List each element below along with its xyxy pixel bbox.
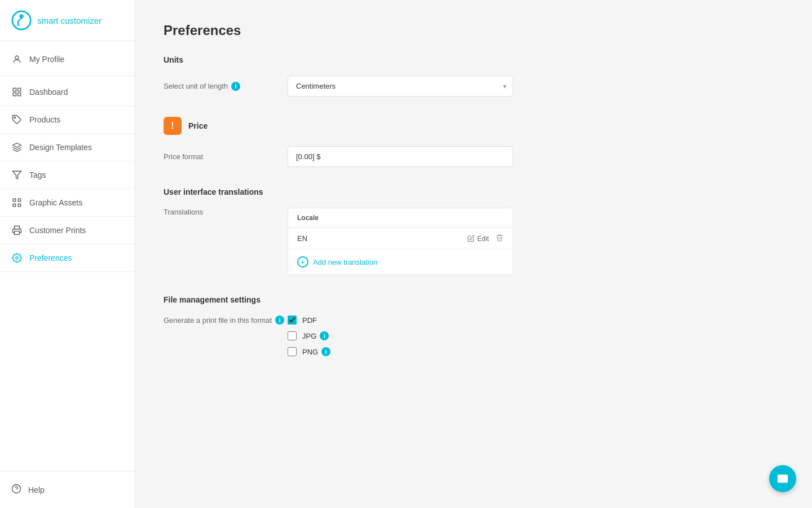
png-checkbox[interactable] bbox=[288, 347, 297, 356]
sidebar-nav: My Profile Dashboard Products bbox=[0, 41, 135, 471]
sidebar-item-my-profile[interactable]: My Profile bbox=[0, 46, 135, 73]
design-icon bbox=[11, 142, 23, 153]
svg-marker-8 bbox=[13, 171, 21, 179]
person-icon bbox=[11, 54, 23, 65]
gear-icon bbox=[11, 252, 23, 264]
translations-row: Translations Locale EN Edit bbox=[164, 208, 784, 275]
svg-point-15 bbox=[12, 485, 21, 493]
translations-table: Locale EN Edit bbox=[288, 208, 513, 275]
help-label: Help bbox=[28, 485, 45, 494]
png-row: PNG i bbox=[288, 347, 330, 356]
delete-translation-button[interactable] bbox=[496, 234, 504, 243]
sidebar-bottom: Help bbox=[0, 471, 135, 508]
price-format-row: Price format bbox=[164, 146, 784, 167]
sidebar-label-products: Products bbox=[29, 115, 60, 124]
pdf-label: PDF bbox=[302, 316, 317, 325]
app-logo-icon bbox=[11, 10, 32, 30]
jpg-checkbox[interactable] bbox=[288, 331, 297, 340]
svg-rect-4 bbox=[18, 88, 21, 91]
sidebar: smart customizer My Profile Dashboard bbox=[0, 0, 135, 508]
pdf-row: PDF bbox=[288, 316, 330, 325]
table-row: EN Edit bbox=[288, 228, 513, 249]
unit-length-info-icon[interactable]: i bbox=[231, 82, 240, 91]
sidebar-item-products[interactable]: Products bbox=[0, 106, 135, 134]
svg-rect-12 bbox=[18, 204, 21, 207]
unit-length-select-wrapper: Centimeters Inches Millimeters ▾ bbox=[288, 76, 513, 97]
png-info-icon[interactable]: i bbox=[321, 347, 330, 356]
unit-length-label: Select unit of length i bbox=[164, 82, 288, 91]
plus-circle-icon: + bbox=[297, 256, 308, 268]
sidebar-item-dashboard[interactable]: Dashboard bbox=[0, 78, 135, 106]
sidebar-item-help[interactable]: Help bbox=[0, 476, 135, 503]
price-section: ! Price Price format bbox=[164, 117, 784, 167]
svg-point-2 bbox=[15, 56, 19, 59]
sidebar-label-tags: Tags bbox=[29, 170, 46, 179]
jpg-row: JPG i bbox=[288, 331, 330, 340]
edit-translation-button[interactable]: Edit bbox=[467, 235, 489, 243]
file-format-label: Generate a print file in this format i bbox=[164, 316, 288, 325]
price-section-title: Price bbox=[188, 121, 208, 130]
svg-rect-10 bbox=[18, 199, 21, 202]
edit-icon bbox=[467, 235, 475, 242]
pdf-checkbox[interactable] bbox=[288, 316, 297, 325]
svg-rect-13 bbox=[15, 231, 20, 235]
page-title: Preferences bbox=[164, 23, 784, 38]
sidebar-item-tags[interactable]: Tags bbox=[0, 161, 135, 189]
sidebar-label-my-profile: My Profile bbox=[29, 55, 64, 64]
unit-length-select[interactable]: Centimeters Inches Millimeters bbox=[288, 76, 513, 97]
sidebar-label-design-templates: Design Templates bbox=[29, 143, 92, 152]
sidebar-item-design-templates[interactable]: Design Templates bbox=[0, 134, 135, 161]
svg-point-0 bbox=[12, 11, 30, 29]
file-management-title: File management settings bbox=[164, 295, 784, 304]
sidebar-label-customer-prints: Customer Prints bbox=[29, 226, 86, 235]
filter-icon bbox=[11, 169, 23, 181]
svg-point-7 bbox=[14, 117, 15, 118]
logo-area: smart customizer bbox=[0, 0, 135, 41]
file-management-section: File management settings Generate a prin… bbox=[164, 295, 784, 363]
translation-actions: Edit bbox=[467, 234, 504, 243]
chat-button[interactable] bbox=[769, 465, 796, 492]
jpg-info-icon[interactable]: i bbox=[320, 331, 329, 340]
svg-rect-6 bbox=[18, 93, 21, 96]
price-format-input[interactable] bbox=[288, 146, 513, 167]
warning-icon: ! bbox=[171, 121, 174, 131]
main-content: Preferences Units Select unit of length … bbox=[135, 0, 812, 508]
units-section-title: Units bbox=[164, 55, 784, 64]
svg-rect-5 bbox=[13, 93, 16, 96]
trash-icon bbox=[496, 234, 504, 242]
warning-badge: ! bbox=[164, 117, 182, 135]
file-format-checkboxes: PDF JPG i PNG i bbox=[288, 316, 330, 363]
units-section: Units Select unit of length i Centimeter… bbox=[164, 55, 784, 97]
translations-header: Locale bbox=[288, 208, 513, 228]
tag-icon bbox=[11, 114, 23, 125]
dashboard-icon bbox=[11, 86, 23, 98]
sidebar-label-dashboard: Dashboard bbox=[29, 87, 68, 97]
png-label: PNG i bbox=[302, 347, 330, 356]
help-icon bbox=[11, 484, 21, 496]
translations-label: Translations bbox=[164, 208, 288, 216]
svg-point-14 bbox=[16, 257, 19, 260]
svg-rect-3 bbox=[13, 88, 16, 91]
sidebar-label-graphic-assets: Graphic Assets bbox=[29, 198, 82, 207]
unit-length-row: Select unit of length i Centimeters Inch… bbox=[164, 76, 784, 97]
translations-section-title: User interface translations bbox=[164, 187, 784, 196]
jpg-label: JPG i bbox=[302, 331, 329, 340]
sidebar-label-preferences: Preferences bbox=[29, 253, 72, 262]
app-name: smart customizer bbox=[37, 16, 102, 25]
svg-rect-9 bbox=[13, 199, 16, 202]
sidebar-item-preferences[interactable]: Preferences bbox=[0, 244, 135, 272]
translations-section: User interface translations Translations… bbox=[164, 187, 784, 275]
file-format-row: Generate a print file in this format i P… bbox=[164, 316, 784, 363]
translation-locale-en: EN bbox=[297, 234, 467, 243]
add-translation-button[interactable]: + Add new translation bbox=[288, 249, 513, 274]
price-section-header: ! Price bbox=[164, 117, 784, 135]
mail-icon bbox=[776, 472, 789, 485]
grid-icon bbox=[11, 197, 23, 208]
file-format-info-icon[interactable]: i bbox=[275, 316, 284, 325]
print-icon bbox=[11, 225, 23, 236]
svg-rect-11 bbox=[13, 204, 16, 207]
sidebar-item-customer-prints[interactable]: Customer Prints bbox=[0, 217, 135, 244]
price-format-label: Price format bbox=[164, 152, 288, 161]
sidebar-item-graphic-assets[interactable]: Graphic Assets bbox=[0, 189, 135, 217]
